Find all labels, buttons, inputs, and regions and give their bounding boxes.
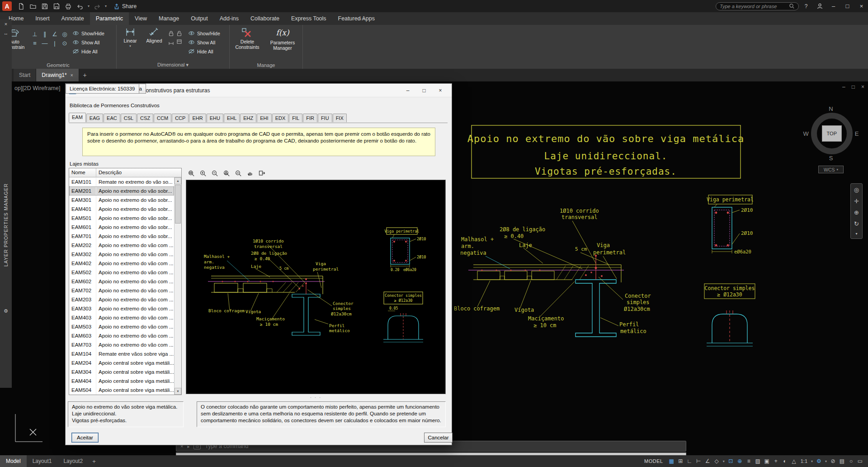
- ribbon-tab-insert[interactable]: Insert: [29, 12, 55, 25]
- ribbon-tab-annotate[interactable]: Annotate: [56, 12, 90, 25]
- lineweight-icon[interactable]: ≡: [745, 455, 753, 467]
- dialog-tab-ehu[interactable]: EHU: [207, 114, 223, 122]
- close-drawing-icon[interactable]: ×: [71, 73, 73, 78]
- dialog-tab-csz[interactable]: CSZ: [137, 114, 153, 122]
- dialog-tab-eam[interactable]: EAM: [69, 113, 86, 122]
- keyword-search-input[interactable]: Type a keyword or phrase: [716, 2, 799, 10]
- zoom-window-icon[interactable]: [186, 168, 197, 178]
- window-close-button[interactable]: ×: [855, 0, 868, 12]
- selection-cycling-icon[interactable]: ▣: [763, 455, 771, 467]
- perpendicular-constraint-icon[interactable]: ⊥: [30, 29, 40, 38]
- geometric-show-all-button[interactable]: Show All: [72, 38, 104, 47]
- layout-tab-layout1[interactable]: Layout1: [27, 455, 58, 467]
- navbar-more-icon[interactable]: ▾: [855, 232, 857, 236]
- pan-tool-icon[interactable]: ✛: [854, 198, 859, 205]
- file-tab-start[interactable]: Start: [14, 69, 36, 81]
- new-drawing-tab-button[interactable]: +: [79, 69, 91, 81]
- zoom-in-icon[interactable]: [198, 168, 208, 178]
- save-as-icon[interactable]: [51, 1, 62, 12]
- search-icon[interactable]: [789, 3, 795, 9]
- detail-row-eam201[interactable]: EAM201Apoio no extremo do vão sobr...: [69, 186, 174, 195]
- detail-row-eam101[interactable]: EAM101Remate no extremo do vão so...: [69, 177, 174, 186]
- full-navigation-wheel-icon[interactable]: ◎: [854, 186, 859, 193]
- zoom-tool-icon[interactable]: ⊕: [854, 209, 859, 216]
- geometric-show-hide-button[interactable]: Show/Hide: [72, 29, 104, 38]
- viewcube-north[interactable]: N: [803, 105, 859, 113]
- delete-constraints-button[interactable]: Delete Constraints: [232, 27, 262, 50]
- window-maximize-button[interactable]: □: [841, 0, 854, 12]
- ribbon-tab-express-tools[interactable]: Express Tools: [285, 12, 332, 25]
- dialog-tab-csl[interactable]: CSL: [121, 114, 137, 122]
- dialog-tab-ehl[interactable]: EHL: [224, 114, 240, 122]
- column-header-descricao[interactable]: Descrição: [96, 168, 181, 177]
- file-tab-drawing1[interactable]: Drawing1* ×: [36, 69, 79, 81]
- detail-row-eam402[interactable]: EAM402Apoio no extremo do vão com ...: [69, 259, 174, 268]
- autocad-logo-icon[interactable]: A: [2, 1, 12, 11]
- lock-constraint-icon[interactable]: [168, 30, 176, 38]
- quick-properties-icon[interactable]: ▤: [838, 455, 846, 467]
- viewcube[interactable]: N W TOP E S WCS▾: [803, 105, 859, 173]
- palette-settings-icon[interactable]: ⚙: [0, 306, 12, 315]
- parallel-constraint-icon[interactable]: ∥: [40, 29, 50, 38]
- ribbon-tab-collaborate[interactable]: Collaborate: [245, 12, 285, 25]
- ortho-mode-icon[interactable]: ⊢: [694, 455, 703, 467]
- scroll-up-icon[interactable]: ▲: [175, 177, 181, 184]
- dialog-tab-ccp[interactable]: CCP: [172, 114, 189, 122]
- detail-row-eam202[interactable]: EAM202Apoio no extremo do vão com ...: [69, 241, 174, 250]
- isodraft-dropdown-icon[interactable]: ▾: [722, 455, 726, 467]
- dialog-maximize-button[interactable]: □: [416, 85, 432, 96]
- cancel-button[interactable]: Cancelar: [424, 433, 453, 443]
- preview-resize-handle[interactable]: · · ·: [186, 395, 446, 400]
- dim-constraint-icon[interactable]: [168, 38, 176, 47]
- linear-dropdown-icon[interactable]: ▾: [129, 44, 131, 48]
- geometric-hide-all-button[interactable]: Hide All: [72, 47, 104, 56]
- dialog-tab-ehi[interactable]: EHI: [257, 114, 271, 122]
- ribbon-tab-view[interactable]: View: [129, 12, 153, 25]
- object-snap-tracking-icon[interactable]: ⊡: [726, 455, 735, 467]
- viewcube-south[interactable]: S: [803, 154, 859, 162]
- doc-restore-icon[interactable]: □: [852, 84, 855, 90]
- detail-row-eam703[interactable]: EAM703Apoio no extremo do vão com ...: [69, 340, 174, 349]
- detail-row-eam301[interactable]: EAM301Apoio no extremo do vão sobr...: [69, 195, 174, 205]
- detail-row-eam701[interactable]: EAM701Apoio no extremo do vão sobr...: [69, 232, 174, 241]
- clean-screen-icon[interactable]: ▭: [856, 455, 864, 467]
- infer-constraints-icon[interactable]: ∟: [685, 455, 694, 467]
- detail-row-eam601[interactable]: EAM601Apoio no extremo do vão sobr...: [69, 223, 174, 232]
- wcs-dropdown[interactable]: WCS▾: [818, 166, 844, 173]
- column-header-nome[interactable]: Nome: [69, 168, 96, 177]
- ribbon-tab-parametric[interactable]: Parametric: [90, 12, 129, 25]
- detail-row-eam104[interactable]: EAM104Remate entre vãos sobre viga ...: [69, 349, 174, 358]
- viewcube-east[interactable]: E: [855, 130, 859, 138]
- dialog-tab-edx[interactable]: EDX: [272, 114, 289, 122]
- detail-row-eam403[interactable]: EAM403Apoio no extremo do vão com ...: [69, 313, 174, 322]
- dialog-close-button[interactable]: ×: [432, 85, 448, 96]
- undo-dropdown-icon[interactable]: ▾: [88, 4, 90, 8]
- detail-row-eam502[interactable]: EAM502Apoio no extremo do vão com ...: [69, 268, 174, 277]
- open-file-icon[interactable]: [28, 1, 38, 12]
- doc-close-icon[interactable]: ×: [861, 84, 864, 90]
- equal-constraint-icon[interactable]: ≡: [30, 38, 40, 48]
- detail-row-eam503[interactable]: EAM503Apoio no extremo do vão com ...: [69, 322, 174, 331]
- detail-row-eam404[interactable]: EAM404Apoio central sobre viga metáli...: [69, 376, 174, 386]
- detail-row-eam603[interactable]: EAM603Apoio no extremo do vão com ...: [69, 331, 174, 340]
- dimensional-show-all-button[interactable]: Show All: [188, 38, 220, 47]
- new-layout-button[interactable]: +: [89, 455, 99, 467]
- orbit-tool-icon[interactable]: ↻: [854, 220, 859, 227]
- parameters-manager-button[interactable]: f(x) Parameters Manager: [266, 27, 299, 51]
- detail-preview[interactable]: 1Ø10 corrido transversal 2Ø8 de ligação …: [186, 180, 446, 394]
- dialog-tab-ehz[interactable]: EHZ: [240, 114, 256, 122]
- snap-mode-icon[interactable]: ⊞: [676, 455, 685, 467]
- dynamic-input-icon[interactable]: +: [772, 455, 780, 467]
- export-detail-icon[interactable]: [256, 168, 267, 178]
- ribbon-tab-manage[interactable]: Manage: [153, 12, 185, 25]
- dialog-tab-ccm[interactable]: CCM: [154, 114, 171, 122]
- concentric-constraint-icon[interactable]: ◎: [60, 29, 70, 38]
- qat-dropdown-icon[interactable]: ▾: [105, 4, 107, 8]
- transparency-icon[interactable]: ▨: [754, 455, 762, 467]
- accept-button[interactable]: Aceitar: [71, 433, 99, 443]
- object-snap-icon[interactable]: ⊕: [736, 455, 744, 467]
- viewcube-ring[interactable]: TOP: [811, 113, 853, 154]
- layout-tab-model[interactable]: Model: [0, 455, 27, 467]
- dimensional-panel-title[interactable]: Dimensional ▾: [117, 62, 229, 68]
- help-icon[interactable]: ?: [800, 1, 812, 12]
